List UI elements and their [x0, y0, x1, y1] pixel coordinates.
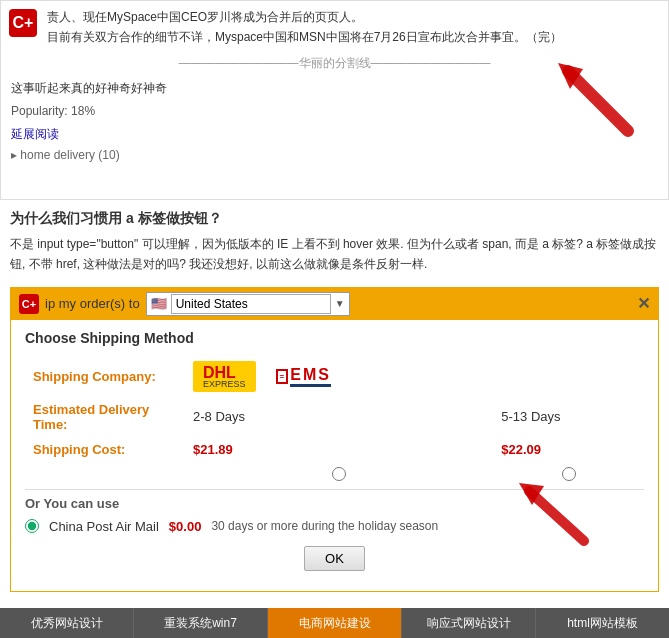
- holiday-text: 30 days or more during the holiday seaso…: [211, 519, 438, 533]
- main-content: 为什么我们习惯用 a 标签做按钮？ 不是 input type="button"…: [0, 206, 669, 287]
- china-post-radio[interactable]: [25, 519, 39, 533]
- dhl-radio-cell[interactable]: [185, 462, 493, 489]
- ems-radio[interactable]: [562, 467, 576, 481]
- or-section: Or You can use: [25, 489, 644, 515]
- china-post-row: China Post Air Mail $0.00 30 days or mor…: [25, 515, 644, 538]
- shipping-table: Shipping Company: DHL EXPRESS = EMS: [25, 356, 644, 489]
- china-post-label: China Post Air Mail: [49, 519, 159, 534]
- country-dropdown[interactable]: United States China United Kingdom: [171, 294, 331, 314]
- delivery-time-row: Estimated Delivery Time: 2-8 Days 5-13 D…: [25, 397, 644, 437]
- flag-icon: 🇺🇸: [151, 296, 167, 311]
- ems-radio-cell[interactable]: [493, 462, 644, 489]
- radio-row: [25, 462, 644, 489]
- ems-logo: = EMS: [276, 366, 331, 387]
- dialog-close-button[interactable]: ✕: [637, 294, 650, 313]
- body-text: 不是 input type="button" 可以理解，因为低版本的 IE 上看…: [10, 234, 659, 275]
- read-more-link[interactable]: 延展阅读: [11, 127, 59, 141]
- article-logo: C+: [9, 9, 37, 37]
- choose-method-title: Choose Shipping Method: [25, 330, 644, 346]
- dialog-title-left: C+ ip my order(s) to 🇺🇸 United States Ch…: [19, 292, 350, 316]
- article-section: C+ 责人、现任MySpace中国CEO罗川将成为合并后的页页人。 目前有关双方…: [0, 0, 669, 200]
- dialog-titlebar: C+ ip my order(s) to 🇺🇸 United States Ch…: [11, 288, 658, 320]
- dropdown-arrow-icon: ▼: [335, 298, 345, 309]
- popularity-value: 18%: [71, 104, 95, 118]
- home-delivery: ▸ home delivery (10): [11, 148, 120, 162]
- popularity-label: Popularity:: [11, 104, 71, 118]
- ok-button-row: OK: [25, 538, 644, 581]
- ems-price: $22.09: [493, 437, 644, 462]
- dhl-radio[interactable]: [332, 467, 346, 481]
- company-row: Shipping Company: DHL EXPRESS = EMS: [25, 356, 644, 397]
- footer-item-4[interactable]: html网站模板: [536, 608, 669, 638]
- footer-item-2[interactable]: 电商网站建设: [268, 608, 402, 638]
- dhl-days: 2-8 Days: [185, 397, 493, 437]
- company-label: Shipping Company:: [25, 356, 185, 397]
- footer-item-0[interactable]: 优秀网站设计: [0, 608, 134, 638]
- page-heading: 为什么我们习惯用 a 标签做按钮？: [10, 210, 659, 228]
- dhl-logo: DHL EXPRESS: [193, 361, 256, 392]
- dialog-logo-icon: C+: [19, 294, 39, 314]
- svg-line-1: [568, 71, 628, 131]
- china-post-price: $0.00: [169, 519, 202, 534]
- country-selector[interactable]: 🇺🇸 United States China United Kingdom ▼: [146, 292, 350, 316]
- article-text2: 目前有关双方合作的细节不详，Myspace中国和MSN中国将在7月26日宣布此次…: [47, 30, 562, 44]
- shipping-cost-row: Shipping Cost: $21.89 $22.09: [25, 437, 644, 462]
- company-logos: DHL EXPRESS = EMS: [193, 361, 485, 392]
- shipping-dialog: C+ ip my order(s) to 🇺🇸 United States Ch…: [10, 287, 659, 592]
- dialog-body: Choose Shipping Method Shipping Company:…: [11, 320, 658, 591]
- article-text: 责人、现任MySpace中国CEO罗川将成为合并后的页页人。 目前有关双方合作的…: [47, 7, 658, 48]
- ok-button[interactable]: OK: [304, 546, 365, 571]
- article-text1: 责人、现任MySpace中国CEO罗川将成为合并后的页页人。: [47, 10, 363, 24]
- company-logos-cell: DHL EXPRESS = EMS: [185, 356, 493, 397]
- dialog-title-text: ip my order(s) to: [45, 296, 140, 311]
- shipping-cost-label: Shipping Cost:: [25, 437, 185, 462]
- ems-days: 5-13 Days: [493, 397, 644, 437]
- footer-item-1[interactable]: 重装系统win7: [134, 608, 268, 638]
- delivery-time-label: Estimated Delivery Time:: [25, 397, 185, 437]
- dhl-price: $21.89: [185, 437, 493, 462]
- footer: 优秀网站设计 重装系统win7 电商网站建设 响应式网站设计 html网站模板: [0, 608, 669, 638]
- arrow-decoration: [548, 61, 638, 141]
- footer-item-3[interactable]: 响应式网站设计: [402, 608, 536, 638]
